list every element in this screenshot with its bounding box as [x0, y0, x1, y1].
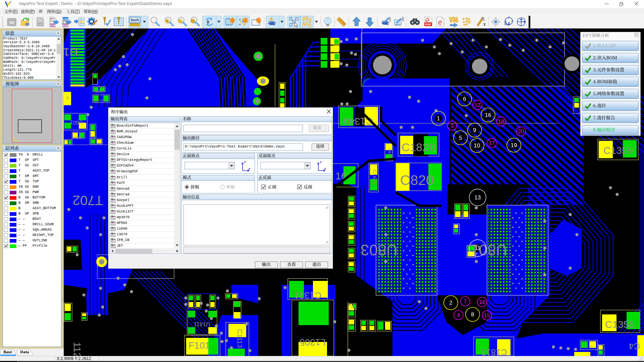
svg-text:Y: Y: [244, 161, 246, 164]
svg-text:°: °: [211, 19, 212, 22]
svg-text:FB1203: FB1203: [94, 99, 105, 102]
svg-text:6: 6: [463, 96, 466, 102]
svg-text:C81: C81: [350, 305, 355, 308]
svg-text:14: 14: [479, 299, 485, 305]
svg-text:15: 15: [484, 313, 490, 318]
svg-text:U803: U803: [361, 241, 397, 259]
svg-text:Y: Y: [320, 161, 322, 164]
svg-text:CAD: CAD: [38, 23, 43, 26]
svg-text:112: 112: [72, 342, 83, 356]
svg-text:20: 20: [518, 129, 524, 134]
svg-text:C1813: C1813: [481, 347, 507, 356]
svg-text:x: x: [324, 167, 326, 170]
svg-text:10: 10: [474, 142, 480, 149]
svg-text:Inch: Inch: [131, 18, 139, 22]
svg-text:0,0: 0,0: [504, 21, 510, 26]
svg-text:FB1301: FB1301: [584, 345, 594, 348]
svg-text:3: 3: [451, 123, 454, 129]
svg-text:4: 4: [457, 312, 460, 318]
svg-text:5: 5: [459, 135, 462, 141]
svg-text:T: T: [483, 22, 486, 26]
svg-text:9: 9: [473, 127, 476, 133]
svg-text:C1331: C1331: [294, 290, 322, 301]
svg-text:C1645: C1645: [372, 170, 378, 184]
svg-text:C1820: C1820: [401, 141, 435, 154]
svg-text:C81: C81: [350, 309, 355, 312]
svg-text:8: 8: [471, 311, 474, 318]
svg-text:C1355: C1355: [605, 319, 635, 330]
svg-text:R593: R593: [75, 135, 82, 139]
svg-text:CAD: CAD: [62, 17, 69, 21]
svg-text:F101: F101: [189, 340, 210, 351]
svg-text:0: 0: [207, 19, 209, 24]
svg-text:C804: C804: [388, 148, 391, 157]
svg-text:12: 12: [474, 102, 480, 108]
svg-text:C1113: C1113: [236, 329, 244, 348]
svg-text:0690: 0690: [96, 90, 102, 93]
svg-text:16: 16: [485, 112, 491, 118]
svg-text:18: 18: [498, 119, 504, 124]
svg-text:11: 11: [475, 245, 481, 251]
svg-text:1: 1: [437, 115, 440, 122]
svg-text:C4: C4: [629, 341, 640, 351]
svg-text:BOM: BOM: [62, 24, 69, 27]
svg-text:U1411: U1411: [194, 321, 210, 327]
svg-text:2: 2: [449, 300, 452, 306]
svg-text:C820: C820: [400, 172, 434, 188]
svg-text:BOM: BOM: [49, 24, 56, 27]
svg-text:U601: U601: [70, 120, 83, 125]
svg-text:PDF: PDF: [425, 23, 432, 26]
svg-text:x: x: [249, 167, 250, 170]
svg-text:13: 13: [475, 194, 481, 201]
svg-text:L1305: L1305: [300, 337, 326, 348]
svg-text:19: 19: [511, 142, 517, 148]
svg-text:U1: U1: [64, 46, 78, 59]
svg-text:7: 7: [464, 299, 467, 304]
svg-text:C1359: C1359: [603, 145, 633, 156]
svg-text:T702: T702: [72, 193, 103, 208]
svg-text:9: 9: [66, 96, 68, 101]
svg-text:17: 17: [489, 140, 495, 146]
